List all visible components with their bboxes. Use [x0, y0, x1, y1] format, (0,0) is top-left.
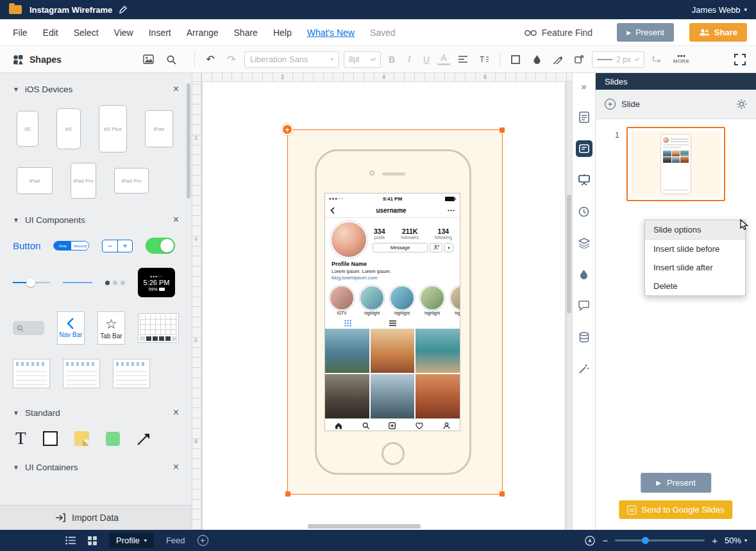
add-shape-badge[interactable]: +: [281, 124, 293, 135]
page-list-icon[interactable]: [65, 536, 76, 545]
shape-page-control[interactable]: [105, 281, 125, 285]
send-to-google-slides-button[interactable]: Send to Google Slides: [619, 500, 732, 519]
dropdown-button[interactable]: ▾: [444, 243, 453, 252]
account-menu[interactable]: James Webb ▾: [692, 5, 747, 15]
resize-handle[interactable]: [500, 127, 505, 133]
shape-nav-bar[interactable]: Nav Bar: [57, 311, 85, 345]
stat-followers[interactable]: 211Kfollowers: [401, 227, 419, 240]
photo-tile[interactable]: [416, 374, 460, 418]
profile-link[interactable]: blog.loremipsum.com: [332, 275, 453, 282]
menu-arrange[interactable]: Arrange: [187, 28, 219, 38]
shape-progress-line[interactable]: [63, 282, 92, 283]
add-slide-label[interactable]: Slide: [621, 99, 640, 109]
menu-help[interactable]: Help: [273, 28, 292, 38]
shape-actions-button[interactable]: [571, 51, 587, 68]
chevron-down-icon[interactable]: ▼: [13, 409, 19, 416]
page-tab-feed[interactable]: Feed: [166, 536, 185, 545]
shapes-panel-label[interactable]: Shapes: [29, 54, 62, 65]
back-chevron-icon[interactable]: [330, 207, 335, 214]
text-color-button[interactable]: A: [437, 53, 450, 65]
folder-icon[interactable]: [9, 5, 22, 14]
shape-date-picker[interactable]: [113, 359, 150, 388]
chevron-down-icon[interactable]: ▼: [13, 86, 19, 93]
slides-panel-icon[interactable]: [576, 140, 592, 157]
more-dots-icon[interactable]: [448, 210, 455, 211]
feature-find-button[interactable]: Feature Find: [525, 28, 592, 38]
more-tools-button[interactable]: ••• MORE: [670, 54, 693, 64]
canvas-vertical-scrollbar[interactable]: [567, 195, 571, 313]
close-icon[interactable]: ×: [173, 462, 179, 472]
magic-wand-icon[interactable]: [576, 360, 592, 377]
italic-button[interactable]: I: [403, 54, 416, 65]
add-page-button[interactable]: +: [197, 535, 208, 546]
menu-file[interactable]: File: [13, 28, 28, 38]
menu-item-delete[interactable]: Delete: [645, 277, 745, 295]
align-button[interactable]: [455, 51, 471, 68]
zoom-slider-knob[interactable]: [642, 537, 649, 544]
slide-thumbnail[interactable]: [626, 127, 725, 201]
close-icon[interactable]: ×: [173, 215, 179, 225]
menu-share[interactable]: Share: [234, 28, 258, 38]
close-icon[interactable]: ×: [173, 407, 179, 418]
resize-handle[interactable]: [285, 491, 290, 497]
redo-button[interactable]: ↷: [223, 51, 240, 68]
canvas-horizontal-scrollbar[interactable]: [308, 524, 421, 529]
import-data-button[interactable]: Import Data: [0, 505, 192, 530]
undo-button[interactable]: ↶: [202, 51, 219, 68]
add-person-button[interactable]: [430, 243, 442, 252]
close-icon[interactable]: ×: [173, 84, 179, 94]
document-page[interactable]: + ●●●○○ 9:41 PM: [203, 82, 565, 530]
stat-following[interactable]: 134following: [435, 227, 452, 240]
shape-date-picker[interactable]: [13, 359, 50, 388]
font-family-select[interactable]: Liberation Sans ▾: [244, 51, 339, 68]
shape-segmented-control[interactable]: First Second: [53, 241, 89, 251]
shape-text[interactable]: T: [15, 430, 26, 447]
data-linking-icon[interactable]: [576, 329, 592, 345]
page-grid-icon[interactable]: [88, 536, 97, 545]
fullscreen-button[interactable]: [732, 51, 748, 68]
line-style-pen-button[interactable]: [550, 51, 566, 68]
history-clock-icon[interactable]: [576, 203, 592, 220]
locate-icon[interactable]: [585, 536, 595, 546]
profile-avatar[interactable]: [332, 222, 366, 257]
grid-tab[interactable]: [325, 318, 370, 329]
shape-ipad-landscape[interactable]: iPad: [17, 167, 53, 194]
search-shapes-icon[interactable]: [163, 51, 180, 68]
menu-edit[interactable]: Edit: [43, 28, 58, 38]
stat-posts[interactable]: 334posts: [374, 227, 385, 240]
line-width-select[interactable]: 2 px ▴▾: [592, 51, 644, 68]
slide-shape[interactable]: + ●●●○○ 9:41 PM: [287, 129, 503, 495]
shape-outline-button[interactable]: [507, 51, 524, 68]
menu-item-insert-after[interactable]: Insert slide after: [645, 258, 745, 277]
zoom-level-select[interactable]: 50% ▾: [725, 536, 747, 545]
highlight-item[interactable]: highlight: [420, 286, 444, 315]
new-post-icon[interactable]: [389, 422, 396, 429]
document-title[interactable]: Instagram Wireframe: [29, 5, 112, 15]
notes-document-icon[interactable]: [576, 109, 592, 126]
highlight-item[interactable]: highlight: [450, 286, 460, 315]
shape-ipad-pro[interactable]: iPad Pro: [71, 163, 96, 199]
message-button[interactable]: Message: [373, 243, 428, 252]
page-tab-profile[interactable]: Profile ▾: [109, 532, 154, 548]
chevron-down-icon[interactable]: ▼: [13, 217, 19, 224]
whats-new-link[interactable]: What's New: [307, 28, 355, 38]
search-icon[interactable]: [362, 422, 369, 429]
fill-color-button[interactable]: [528, 51, 545, 68]
chevron-down-icon[interactable]: ▼: [13, 464, 19, 471]
shape-date-picker[interactable]: [63, 359, 100, 388]
comments-icon[interactable]: [576, 297, 592, 314]
layers-icon[interactable]: [576, 234, 592, 251]
shape-sticky-note[interactable]: [74, 431, 89, 446]
share-button[interactable]: Share: [689, 23, 747, 42]
shape-keyboard[interactable]: [138, 313, 179, 343]
present-button-panel[interactable]: ▶ Present: [641, 473, 711, 493]
collapse-panel-icon[interactable]: »: [576, 78, 592, 94]
present-button-top[interactable]: ▶ Present: [617, 23, 674, 42]
highlight-item[interactable]: highlight: [390, 286, 414, 315]
shape-stepper[interactable]: − +: [102, 240, 133, 252]
shape-iphone-6s-plus[interactable]: 6S Plus: [99, 105, 127, 152]
zoom-in-button[interactable]: +: [712, 536, 718, 545]
home-icon[interactable]: [335, 422, 342, 429]
shape-ipad[interactable]: iPad: [145, 110, 173, 147]
shape-button[interactable]: Button: [13, 240, 40, 251]
